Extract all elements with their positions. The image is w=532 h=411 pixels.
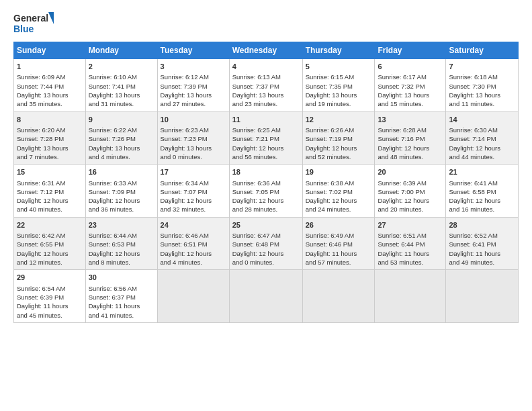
calendar-cell <box>375 270 446 323</box>
daylight-value: and 44 minutes. <box>449 153 494 161</box>
calendar-cell <box>446 270 519 323</box>
sunrise: Sunrise: 6:30 AM <box>449 126 497 134</box>
sunset: Sunset: 7:12 PM <box>17 188 64 195</box>
daylight-value: and 4 minutes. <box>161 259 202 266</box>
daylight-label: Daylight: 11 hours <box>306 250 357 257</box>
calendar-cell: 16 Sunrise: 6:33 AM Sunset: 7:09 PM Dayl… <box>85 165 157 218</box>
sunrise: Sunrise: 6:23 AM <box>161 126 209 134</box>
daylight-label: Daylight: 12 hours <box>89 197 140 204</box>
day-number: 19 <box>306 167 372 177</box>
calendar-cell: 21 Sunrise: 6:41 AM Sunset: 6:58 PM Dayl… <box>446 165 519 218</box>
sunset: Sunset: 6:46 PM <box>306 240 353 248</box>
day-number: 18 <box>232 167 300 177</box>
sunset: Sunset: 7:41 PM <box>89 83 136 90</box>
daylight-value: and 32 minutes. <box>161 205 206 213</box>
daylight-value: and 57 minutes. <box>306 259 351 266</box>
sunrise: Sunrise: 6:12 AM <box>161 73 209 81</box>
sunrise: Sunrise: 6:10 AM <box>89 73 137 81</box>
sunset: Sunset: 7:39 PM <box>161 83 208 90</box>
calendar-cell: 18 Sunrise: 6:36 AM Sunset: 7:05 PM Dayl… <box>229 165 302 218</box>
calendar-cell: 5 Sunrise: 6:15 AM Sunset: 7:35 PM Dayli… <box>302 59 375 112</box>
sunrise: Sunrise: 6:26 AM <box>306 126 354 134</box>
daylight-label: Daylight: 12 hours <box>161 197 212 204</box>
calendar-table: Sunday Monday Tuesday Wednesday Thursday… <box>13 42 519 323</box>
col-sunday: Sunday <box>14 42 86 59</box>
sunrise: Sunrise: 6:31 AM <box>17 179 65 187</box>
sunrise: Sunrise: 6:22 AM <box>89 126 137 134</box>
sunrise: Sunrise: 6:49 AM <box>306 232 354 239</box>
daylight-value: and 28 minutes. <box>232 205 278 213</box>
sunrise: Sunrise: 6:36 AM <box>232 179 281 187</box>
sunrise: Sunrise: 6:20 AM <box>17 126 65 134</box>
calendar-week-row: 29 Sunrise: 6:54 AM Sunset: 6:39 PM Dayl… <box>14 270 519 323</box>
daylight-value: and 36 minutes. <box>89 205 134 213</box>
day-number: 5 <box>306 62 372 72</box>
daylight-label: Daylight: 13 hours <box>161 91 212 99</box>
calendar-cell: 15 Sunrise: 6:31 AM Sunset: 7:12 PM Dayl… <box>14 165 86 218</box>
daylight-label: Daylight: 13 hours <box>449 91 500 99</box>
svg-text:Blue: Blue <box>13 24 34 34</box>
calendar-cell: 3 Sunrise: 6:12 AM Sunset: 7:39 PM Dayli… <box>157 59 229 112</box>
daylight-value: and 52 minutes. <box>306 153 351 161</box>
calendar-cell: 23 Sunrise: 6:44 AM Sunset: 6:53 PM Dayl… <box>85 217 157 270</box>
col-thursday: Thursday <box>302 42 375 59</box>
page: General Blue Sunday Monday Tuesday Wedne… <box>0 0 532 411</box>
svg-marker-2 <box>48 12 54 24</box>
daylight-value: and 24 minutes. <box>306 205 351 213</box>
calendar-cell: 30 Sunrise: 6:56 AM Sunset: 6:37 PM Dayl… <box>85 270 157 323</box>
calendar-cell: 29 Sunrise: 6:54 AM Sunset: 6:39 PM Dayl… <box>14 270 86 323</box>
daylight-value: and 48 minutes. <box>378 153 423 161</box>
day-number: 28 <box>449 220 515 230</box>
daylight-label: Daylight: 12 hours <box>232 250 284 257</box>
sunset: Sunset: 7:16 PM <box>378 135 425 142</box>
day-number: 17 <box>161 167 226 177</box>
sunset: Sunset: 6:58 PM <box>449 188 496 195</box>
daylight-value: and 20 minutes. <box>378 205 423 213</box>
day-number: 21 <box>449 167 515 177</box>
calendar-cell: 12 Sunrise: 6:26 AM Sunset: 7:19 PM Dayl… <box>302 111 375 165</box>
daylight-label: Daylight: 12 hours <box>378 197 429 204</box>
sunrise: Sunrise: 6:25 AM <box>232 126 281 134</box>
daylight-value: and 0 minutes. <box>232 259 274 266</box>
sunset: Sunset: 6:41 PM <box>449 240 496 248</box>
daylight-label: Daylight: 12 hours <box>17 250 69 257</box>
daylight-label: Daylight: 12 hours <box>378 144 429 152</box>
daylight-value: and 56 minutes. <box>232 153 278 161</box>
sunset: Sunset: 6:53 PM <box>89 240 136 248</box>
calendar-cell: 8 Sunrise: 6:20 AM Sunset: 7:28 PM Dayli… <box>14 111 86 165</box>
daylight-value: and 15 minutes. <box>378 100 423 107</box>
daylight-value: and 19 minutes. <box>306 100 351 107</box>
day-number: 25 <box>232 220 300 230</box>
sunset: Sunset: 6:44 PM <box>378 240 425 248</box>
day-number: 4 <box>232 62 300 72</box>
sunset: Sunset: 6:37 PM <box>89 293 136 301</box>
sunrise: Sunrise: 6:47 AM <box>232 232 281 239</box>
daylight-value: and 27 minutes. <box>161 100 206 107</box>
calendar-week-row: 8 Sunrise: 6:20 AM Sunset: 7:28 PM Dayli… <box>14 111 519 165</box>
sunset: Sunset: 7:07 PM <box>161 188 208 195</box>
day-number: 10 <box>161 115 226 125</box>
day-number: 8 <box>17 115 83 125</box>
calendar-cell: 4 Sunrise: 6:13 AM Sunset: 7:37 PM Dayli… <box>229 59 302 112</box>
daylight-label: Daylight: 12 hours <box>306 144 357 152</box>
daylight-label: Daylight: 11 hours <box>17 302 69 310</box>
calendar-cell: 13 Sunrise: 6:28 AM Sunset: 7:16 PM Dayl… <box>375 111 446 165</box>
sunrise: Sunrise: 6:33 AM <box>89 179 137 187</box>
daylight-value: and 31 minutes. <box>89 100 134 107</box>
calendar-cell: 19 Sunrise: 6:38 AM Sunset: 7:02 PM Dayl… <box>302 165 375 218</box>
sunset: Sunset: 7:37 PM <box>232 83 279 90</box>
day-number: 6 <box>378 62 443 72</box>
daylight-value: and 8 minutes. <box>89 259 130 266</box>
sunset: Sunset: 7:02 PM <box>306 188 353 195</box>
logo-svg: General Blue <box>13 11 54 36</box>
sunrise: Sunrise: 6:46 AM <box>161 232 209 239</box>
calendar-cell: 20 Sunrise: 6:39 AM Sunset: 7:00 PM Dayl… <box>375 165 446 218</box>
sunset: Sunset: 6:51 PM <box>161 240 208 248</box>
sunrise: Sunrise: 6:56 AM <box>89 285 137 292</box>
sunset: Sunset: 7:30 PM <box>449 83 496 90</box>
col-tuesday: Tuesday <box>157 42 229 59</box>
sunrise: Sunrise: 6:44 AM <box>89 232 137 239</box>
daylight-value: and 45 minutes. <box>17 312 62 319</box>
calendar-week-row: 15 Sunrise: 6:31 AM Sunset: 7:12 PM Dayl… <box>14 165 519 218</box>
daylight-value: and 4 minutes. <box>89 153 130 161</box>
